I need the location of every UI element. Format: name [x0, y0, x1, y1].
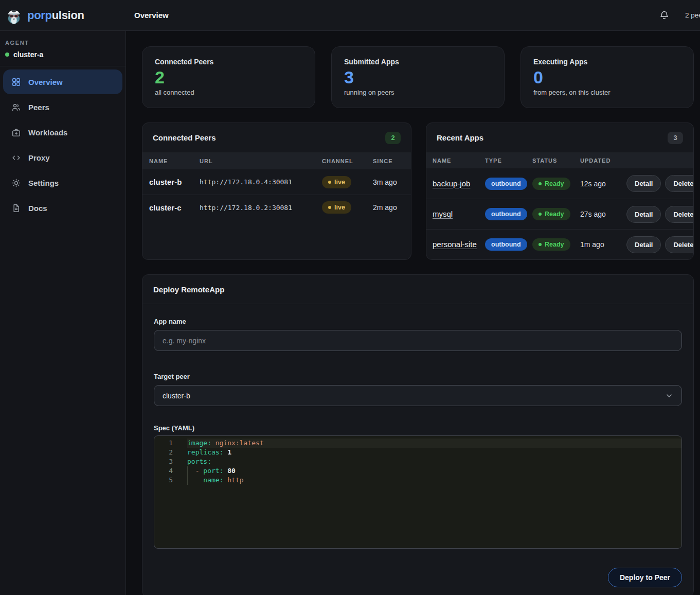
app-name-link[interactable]: backup-job [433, 179, 470, 188]
yaml-line: 2replicas: 1 [154, 448, 681, 457]
peer-table-row: cluster-c http://172.18.0.2:30081 live 2… [142, 195, 411, 220]
stat-value: 3 [344, 68, 492, 87]
yaml-code: image: nginx:latest [187, 439, 681, 448]
type-outbound-badge: outbound [485, 208, 527, 220]
doc-icon [11, 203, 21, 213]
peer-url: http://172.18.0.2:30081 [200, 204, 322, 212]
connected-peers-card-header: Connected Peers 2 [142, 123, 411, 152]
peer-name: cluster-c [149, 203, 200, 212]
peer-since: 3m ago [373, 178, 404, 186]
app-name-link[interactable]: personal-site [433, 240, 477, 249]
connected-peers-count-badge: 2 [385, 132, 401, 144]
col-name: NAME [149, 158, 200, 164]
recent-apps-card: Recent Apps 3 NAME TYPE STATUS UPDATED b… [426, 122, 694, 260]
yaml-code: - port: 80 [187, 466, 681, 476]
app-header: porpulsion Overview 2 peers [0, 0, 700, 31]
agent-label: AGENT [5, 40, 120, 46]
deploy-card-header: Deploy RemoteApp [142, 275, 693, 304]
sidebar-item-label: Settings [28, 179, 59, 187]
detail-button[interactable]: Detail [626, 175, 661, 192]
app-name-input[interactable] [154, 330, 682, 351]
ready-dot-icon [539, 213, 542, 216]
stat-label: Executing Apps [533, 58, 681, 66]
yaml-line: 1image: nginx:latest [154, 439, 681, 448]
peer-table-row: cluster-b http://172.18.0.4:30081 live 3… [142, 169, 411, 195]
sidebar-item-overview[interactable]: Overview [3, 69, 122, 94]
stat-label: Submitted Apps [344, 58, 492, 66]
sidebar-item-peers[interactable]: Peers [3, 95, 122, 119]
sidebar-item-settings[interactable]: Settings [3, 170, 122, 195]
arrows-icon [11, 153, 21, 163]
sidebar-item-docs[interactable]: Docs [3, 196, 122, 220]
deploy-to-peer-button[interactable]: Deploy to Peer [608, 568, 682, 587]
deploy-remoteapp-card: Deploy RemoteApp App name Target peer cl… [142, 274, 694, 595]
peer-count-status: 2 peers [685, 11, 700, 19]
sidebar-item-label: Workloads [28, 128, 67, 137]
channel-live-badge: live [322, 201, 351, 214]
yaml-code: replicas: 1 [187, 448, 681, 457]
brand: porpulsion [0, 6, 126, 25]
app-updated: 12s ago [580, 180, 626, 188]
sidebar-item-label: Proxy [28, 153, 50, 162]
target-peer-select[interactable]: cluster-b [154, 385, 682, 406]
col-name: NAME [433, 157, 485, 164]
detail-button[interactable]: Detail [626, 236, 661, 253]
type-outbound-badge: outbound [485, 178, 527, 190]
sidebar-item-proxy[interactable]: Proxy [3, 145, 122, 170]
delete-button[interactable]: Delete [665, 175, 694, 192]
app-table-row: mysql outbound Ready 27s ago Detail Dele… [426, 199, 693, 229]
detail-button[interactable]: Detail [626, 206, 661, 223]
ready-dot-icon [539, 182, 542, 185]
delete-button[interactable]: Delete [665, 236, 694, 253]
main-content: Connected Peers 2 all connected Submitte… [126, 31, 700, 595]
stat-value: 0 [533, 68, 681, 87]
app-updated: 1m ago [580, 240, 626, 249]
yaml-code: name: http [187, 476, 681, 485]
peers-table-body: cluster-b http://172.18.0.4:30081 live 3… [142, 169, 411, 220]
sidebar-item-workloads[interactable]: Workloads [3, 120, 122, 145]
connected-peers-title: Connected Peers [153, 133, 216, 142]
app-name-link[interactable]: mysql [433, 209, 453, 218]
sidebar-item-label: Peers [28, 103, 49, 112]
indent-guide [187, 466, 188, 476]
type-outbound-badge: outbound [485, 238, 527, 251]
people-icon [11, 102, 21, 112]
status-ready-badge: Ready [532, 238, 570, 251]
yaml-line: 5 name: http [154, 476, 681, 485]
app-table-row: backup-job outbound Ready 12s ago Detail… [426, 168, 693, 199]
chevron-down-icon [665, 392, 673, 400]
yaml-code: ports: [187, 457, 681, 466]
peer-name: cluster-b [149, 178, 200, 186]
yaml-line: 3ports: [154, 457, 681, 466]
sidebar-item-label: Docs [28, 204, 47, 213]
stat-card: Executing Apps 0 from peers, on this clu… [520, 46, 694, 108]
stat-subtext: running on peers [344, 89, 492, 96]
col-status: STATUS [532, 157, 580, 164]
col-channel: CHANNEL [322, 158, 373, 164]
connected-peers-card: Connected Peers 2 NAME URL CHANNEL SINCE… [142, 122, 411, 260]
stat-cards-row: Connected Peers 2 all connected Submitte… [142, 46, 694, 108]
peers-table-header: NAME URL CHANNEL SINCE [142, 152, 411, 169]
stat-card: Connected Peers 2 all connected [142, 46, 315, 108]
stat-subtext: from peers, on this cluster [533, 89, 681, 96]
gear-icon [11, 178, 21, 188]
spec-yaml-editor[interactable]: 1image: nginx:latest2replicas: 13ports:4… [154, 435, 682, 549]
line-number: 4 [154, 466, 177, 476]
notification-bell-icon[interactable] [659, 10, 670, 21]
app-updated: 27s ago [580, 210, 626, 218]
sidebar: AGENT cluster-a Overview Peers Workloads… [0, 31, 126, 595]
tables-row: Connected Peers 2 NAME URL CHANNEL SINCE… [142, 122, 694, 260]
apps-table-body: backup-job outbound Ready 12s ago Detail… [426, 168, 693, 259]
col-since: SINCE [373, 158, 404, 164]
agent-name: cluster-a [5, 50, 120, 59]
channel-live-badge: live [322, 176, 351, 188]
apps-table-header: NAME TYPE STATUS UPDATED [426, 152, 693, 168]
briefcase-icon [11, 128, 21, 137]
target-peer-label: Target peer [154, 373, 682, 380]
peer-since: 2m ago [373, 203, 404, 212]
target-peer-value: cluster-b [163, 392, 190, 400]
deploy-footer: Deploy to Peer [154, 568, 682, 587]
app-name-label: App name [154, 318, 682, 325]
delete-button[interactable]: Delete [665, 206, 694, 223]
line-number: 1 [154, 439, 177, 448]
